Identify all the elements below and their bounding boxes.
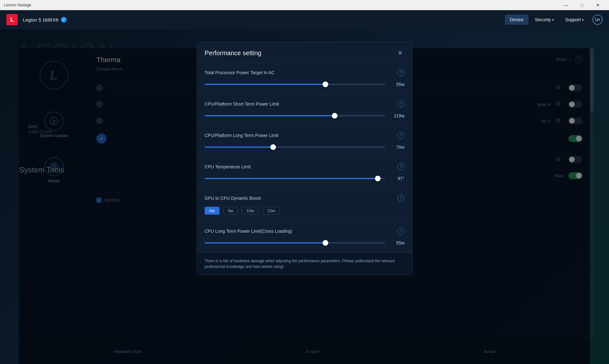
slider-header-cpu-short-term: CPU/Platform Short Term Power Limit ? — [205, 101, 404, 107]
app-header-nav: Device Security ▾ Support ▾ U ▾ — [505, 15, 603, 25]
nav-device[interactable]: Device — [505, 15, 529, 25]
slider-fill-cpu-short-term — [205, 115, 335, 116]
app-header: L Legion 5 16IRX9 ✓ Device Security ▾ Su… — [0, 10, 609, 29]
slider-value-cross-loading: 55w — [390, 240, 404, 245]
dialog-close-button[interactable]: ✕ — [396, 49, 404, 57]
slider-track-wrapper-cross-loading — [205, 240, 385, 246]
slider-section-cpu-short-term: CPU/Platform Short Term Power Limit ? 11… — [197, 94, 412, 126]
boost-option-0w[interactable]: 0w — [205, 207, 219, 215]
dialog-header: Performance setting ✕ — [197, 42, 412, 63]
slider-value-total-processor: 55w — [390, 82, 404, 87]
slider-value-cpu-short-term: 119w — [390, 113, 404, 118]
help-icon-total-processor[interactable]: ? — [397, 69, 404, 76]
title-bar: Lenovo Vantage — □ ✕ — [0, 0, 609, 10]
slider-label-gpu-boost: GPU to CPU Dynamic Boost — [205, 196, 261, 201]
slider-thumb-cpu-temp[interactable] — [375, 176, 381, 181]
slider-label-cpu-long-term: CPU/Platform Long Term Power Limit — [205, 133, 278, 138]
slider-track-wrapper-total-processor — [205, 81, 385, 88]
slider-track-wrapper-cpu-long-term — [205, 144, 385, 150]
lenovo-logo: L — [6, 14, 18, 25]
help-icon-cpu-short-term[interactable]: ? — [397, 101, 404, 107]
slider-fill-cpu-long-term — [205, 146, 273, 148]
user-avatar[interactable]: U ▾ — [593, 15, 603, 25]
slider-header-gpu-boost: GPU to CPU Dynamic Boost ? — [205, 195, 404, 202]
title-bar-left: Lenovo Vantage — [4, 3, 31, 7]
support-dropdown-icon: ▾ — [582, 18, 584, 22]
maximize-button[interactable]: □ — [575, 0, 589, 10]
close-button[interactable]: ✕ — [591, 0, 605, 10]
slider-track-total-processor — [205, 84, 385, 85]
slider-track-wrapper-cpu-temp — [205, 175, 385, 182]
slider-section-gpu-boost: GPU to CPU Dynamic Boost ? 0w 5w 10w 15w — [197, 188, 412, 221]
app-header-left: L Legion 5 16IRX9 ✓ — [6, 14, 67, 25]
slider-fill-cpu-temp — [205, 178, 378, 179]
slider-thumb-cpu-short-term[interactable] — [332, 113, 337, 119]
slider-label-cpu-short-term: CPU/Platform Short Term Power Limit — [205, 101, 279, 107]
slider-header-total-processor: Total Processor Power Target In AC ? — [205, 69, 404, 76]
slider-container-cpu-temp: 97° — [205, 175, 404, 182]
warning-text: There is a risk of hardware damage when … — [205, 258, 404, 270]
slider-label-cpu-temp: CPU Temperature Limit — [205, 164, 251, 169]
slider-section-cross-loading: CPU Long Term Power Limit(Cross Loading)… — [197, 221, 412, 253]
slider-section-cpu-long-term: CPU/Platform Long Term Power Limit ? 70w — [197, 126, 412, 157]
device-name: Legion 5 16IRX9 ✓ — [23, 17, 67, 23]
slider-container-total-processor: 55w — [205, 81, 404, 88]
slider-label-cross-loading: CPU Long Term Power Limit(Cross Loading) — [205, 229, 292, 234]
slider-container-cpu-long-term: 70w — [205, 144, 404, 150]
slider-track-cpu-short-term — [205, 115, 385, 116]
slider-value-cpu-temp: 97° — [390, 176, 404, 181]
boost-options: 0w 5w 10w 15w — [205, 207, 404, 215]
minimize-button[interactable]: — — [559, 0, 573, 10]
performance-dialog: Performance setting ✕ Total Processor Po… — [197, 42, 412, 275]
boost-option-5w[interactable]: 5w — [223, 207, 238, 215]
boost-option-10w[interactable]: 10w — [242, 207, 259, 215]
slider-header-cross-loading: CPU Long Term Power Limit(Cross Loading)… — [205, 228, 404, 235]
slider-label-total-processor: Total Processor Power Target In AC — [205, 70, 275, 75]
app-title: Lenovo Vantage — [4, 3, 31, 7]
help-icon-cross-loading[interactable]: ? — [397, 228, 404, 235]
dialog-footer: There is a risk of hardware damage when … — [197, 253, 412, 275]
slider-thumb-cpu-long-term[interactable] — [270, 144, 276, 150]
title-bar-controls: — □ ✕ — [559, 0, 605, 10]
slider-thumb-cross-loading[interactable] — [323, 240, 328, 246]
boost-option-15w[interactable]: 15w — [263, 207, 280, 215]
main-content: LEGION L System Update — [0, 29, 609, 364]
slider-fill-total-processor — [205, 84, 325, 85]
slider-container-cross-loading: 55w — [205, 240, 404, 246]
help-icon-gpu-boost[interactable]: ? — [397, 195, 404, 202]
slider-track-wrapper-cpu-short-term — [205, 113, 385, 119]
slider-section-cpu-temp: CPU Temperature Limit ? 97° — [197, 157, 412, 188]
slider-section-total-processor: Total Processor Power Target In AC ? 55w — [197, 63, 412, 94]
slider-value-cpu-long-term: 70w — [390, 145, 404, 150]
slider-header-cpu-temp: CPU Temperature Limit ? — [205, 163, 404, 170]
dialog-title: Performance setting — [205, 49, 261, 57]
help-icon-cpu-long-term[interactable]: ? — [397, 132, 404, 139]
slider-thumb-total-processor[interactable] — [323, 81, 328, 87]
slider-track-cpu-temp — [205, 178, 385, 179]
slider-header-cpu-long-term: CPU/Platform Long Term Power Limit ? — [205, 132, 404, 139]
verified-icon: ✓ — [61, 17, 67, 23]
modal-overlay: Performance setting ✕ Total Processor Po… — [0, 29, 609, 364]
nav-security[interactable]: Security ▾ — [530, 15, 559, 25]
dialog-body[interactable]: Total Processor Power Target In AC ? 55w — [197, 63, 412, 253]
slider-track-cross-loading — [205, 242, 385, 244]
security-dropdown-icon: ▾ — [552, 18, 554, 22]
slider-fill-cross-loading — [205, 242, 325, 244]
help-icon-cpu-temp[interactable]: ? — [397, 163, 404, 170]
user-chevron-icon: ▾ — [599, 18, 600, 21]
nav-support[interactable]: Support ▾ — [560, 15, 589, 25]
slider-container-cpu-short-term: 119w — [205, 113, 404, 119]
slider-track-cpu-long-term — [205, 146, 385, 148]
